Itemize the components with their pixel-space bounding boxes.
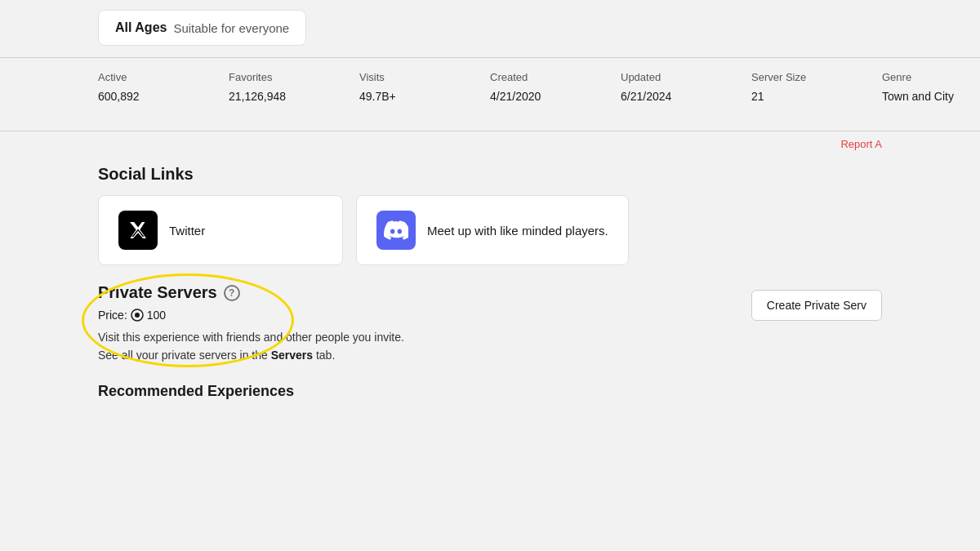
- report-section: Report A: [0, 131, 980, 150]
- twitter-card[interactable]: Twitter: [98, 195, 343, 265]
- age-badge-label: All Ages: [115, 20, 167, 35]
- price-value: 100: [147, 309, 166, 322]
- robux-icon: [131, 309, 144, 322]
- age-badge-description: Suitable for everyone: [173, 21, 289, 35]
- discord-card[interactable]: Meet up with like minded players.: [356, 195, 629, 265]
- stat-header-active: Active: [98, 71, 180, 83]
- description-line2: See all your private servers in the: [98, 349, 268, 362]
- private-servers-title: Private Servers: [98, 283, 217, 302]
- svg-point-1: [135, 313, 140, 318]
- stat-value-created: 4/21/2020: [490, 90, 572, 103]
- recommended-section: Recommended Experiences: [0, 365, 980, 400]
- stat-server-size: Server Size 21: [751, 71, 833, 118]
- stat-header-genre: Genre: [882, 71, 964, 83]
- social-links-section: Social Links Twitter Meet up with li: [0, 150, 980, 265]
- private-servers-description: Visit this experience with friends and o…: [98, 328, 882, 365]
- description-line1: Visit this experience with friends and o…: [98, 331, 404, 344]
- report-link[interactable]: Report A: [840, 138, 882, 150]
- stat-header-updated: Updated: [621, 71, 702, 83]
- recommended-title: Recommended Experiences: [98, 383, 882, 400]
- discord-label: Meet up with like minded players.: [427, 224, 608, 238]
- stat-header-favorites: Favorites: [229, 71, 310, 83]
- stat-active: Active 600,892: [98, 71, 180, 118]
- stats-table: Active 600,892 Favorites 21,126,948 Visi…: [98, 71, 882, 118]
- stat-value-favorites: 21,126,948: [229, 90, 310, 103]
- stat-value-genre: Town and City: [882, 90, 964, 103]
- stat-genre: Genre Town and City: [882, 71, 964, 118]
- social-links-title: Social Links: [98, 165, 882, 184]
- stat-header-created: Created: [490, 71, 572, 83]
- stats-section: Active 600,892 Favorites 21,126,948 Visi…: [0, 57, 980, 131]
- help-icon[interactable]: ?: [224, 285, 240, 301]
- description-end: tab.: [316, 349, 335, 362]
- stat-value-active: 600,892: [98, 90, 180, 103]
- stat-header-visits: Visits: [359, 71, 441, 83]
- stat-value-server-size: 21: [751, 90, 833, 103]
- stat-value-visits: 49.7B+: [359, 90, 441, 103]
- create-private-server-button[interactable]: Create Private Serv: [751, 290, 882, 321]
- twitter-label: Twitter: [169, 224, 205, 238]
- twitter-icon: [118, 211, 158, 250]
- price-label: Price:: [98, 309, 127, 322]
- stat-header-server-size: Server Size: [751, 71, 833, 83]
- stat-value-updated: 6/21/2024: [621, 90, 702, 103]
- stat-created: Created 4/21/2020: [490, 71, 572, 118]
- discord-icon: [376, 211, 416, 250]
- stat-updated: Updated 6/21/2024: [621, 71, 702, 118]
- stat-favorites: Favorites 21,126,948: [229, 71, 310, 118]
- private-servers-section: Private Servers ? Price: 100 Visit this …: [0, 265, 980, 365]
- age-badge: All Ages Suitable for everyone: [98, 10, 306, 46]
- social-links-grid: Twitter Meet up with like minded players…: [98, 195, 882, 265]
- servers-tab-link[interactable]: Servers: [271, 349, 313, 362]
- stat-visits: Visits 49.7B+: [359, 71, 441, 118]
- age-badge-section: All Ages Suitable for everyone: [0, 0, 980, 46]
